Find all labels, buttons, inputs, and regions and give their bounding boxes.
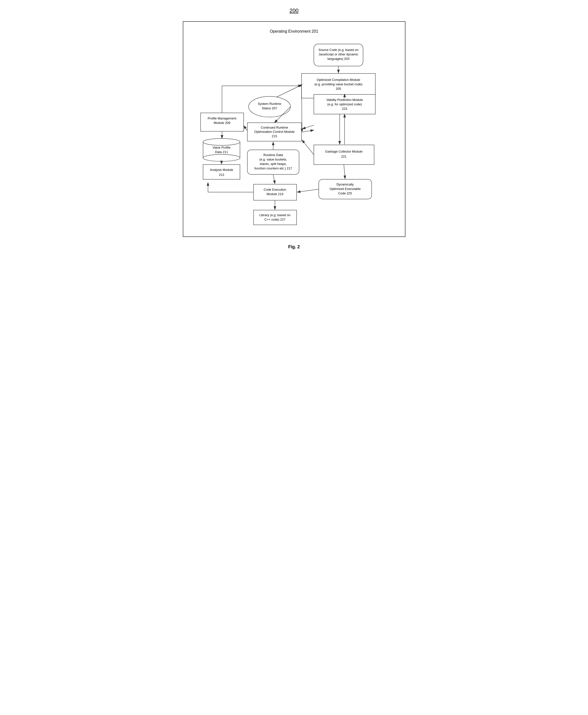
- validity-pred-label3: 223: [342, 107, 347, 110]
- sys-runtime-label2: Status 207: [262, 106, 277, 110]
- arrow-cont-validity-left: [302, 130, 314, 132]
- profile-mgmt-label2: Module 209: [213, 121, 230, 125]
- fig-caption: Fig. 2: [288, 244, 300, 250]
- dyn-opt-label3: Code 225: [338, 191, 352, 195]
- analysis-module-box: [203, 165, 240, 179]
- library-label1: Library (e.g. based on: [259, 213, 290, 217]
- cont-runtime-label3: 215: [272, 134, 277, 138]
- runtime-data-label2: (e.g. value buckets,: [259, 157, 287, 161]
- profile-mgmt-label1: Profile Management: [208, 117, 236, 120]
- runtime-data-label1: Runtime Data: [263, 153, 283, 157]
- sys-runtime-label1: System Runtime: [258, 102, 281, 106]
- value-profile-label2: Data 211: [215, 150, 228, 154]
- dyn-opt-label1: Dynamically: [336, 183, 354, 186]
- code-exec-label1: Code Execution: [264, 188, 286, 191]
- arrow-dynopt-to-codeexec: [297, 189, 319, 192]
- analysis-module-label1: Analysis Module: [210, 168, 233, 172]
- opt-comp-label2: (e.g. providing value bucket code): [314, 82, 362, 86]
- dyn-opt-label2: Optimized Executable: [330, 187, 361, 191]
- page-title: 200: [289, 7, 299, 14]
- diagram-container: Operating Environment 201 Source Code (e…: [183, 21, 405, 237]
- code-exec-label2: Module 219: [267, 192, 283, 196]
- gc-label1: Garbage Collector Module: [325, 150, 362, 153]
- cont-runtime-label1: Continued Runtime: [261, 126, 288, 129]
- opt-comp-label3: 205: [336, 87, 341, 90]
- source-code-label3: languages) 203: [327, 57, 349, 61]
- source-code-label2: JavaScript or other dynamic: [319, 52, 358, 56]
- runtime-data-label3: stacks, split heaps,: [259, 162, 287, 166]
- gc-label2: 221: [341, 154, 346, 158]
- value-profile-label1: Value Profile: [212, 146, 230, 149]
- arrow-codeexec-to-profile: [208, 183, 253, 192]
- value-profile-top: [203, 139, 240, 145]
- arrow-validity-cont-right: [302, 125, 314, 129]
- value-profile-bottom: [203, 154, 240, 162]
- arrow-cont-to-profile: [244, 126, 247, 131]
- arrow-sysrt-to-optcomp: [277, 85, 302, 97]
- library-label2: C++ code) 227: [264, 218, 286, 222]
- validity-pred-label1: Validity Prediction Module: [326, 98, 363, 102]
- arrow-gc-to-dynopt: [344, 165, 345, 179]
- source-code-label: Source Code (e.g. based on: [318, 48, 358, 52]
- arrow-rtdata-to-codeexec: [273, 174, 275, 184]
- analysis-module-label2: 213: [219, 173, 224, 176]
- cont-runtime-label2: Optimization Control Module: [254, 130, 294, 133]
- env-label: Operating Environment 201: [193, 29, 395, 34]
- validity-pred-label2: (e.g. for optimized code): [327, 102, 362, 106]
- runtime-data-label4: function counters etc.) 217: [254, 166, 292, 170]
- arrow-gc-to-cont: [302, 140, 314, 155]
- opt-comp-label1: Optimized Compilation Module: [317, 78, 360, 82]
